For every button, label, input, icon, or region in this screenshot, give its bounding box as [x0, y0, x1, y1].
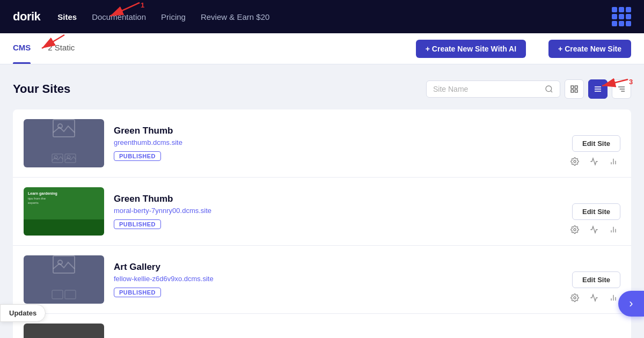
- svg-rect-12: [53, 120, 75, 137]
- status-badge: PUBLISHED: [114, 288, 161, 297]
- site-thumbnail: [24, 255, 104, 304]
- site-name: Green Thumb: [114, 194, 562, 204]
- svg-rect-29: [65, 290, 76, 299]
- nav-link-review[interactable]: Review & Earn $20: [201, 12, 269, 21]
- edit-site-button[interactable]: Edit Site: [572, 135, 620, 152]
- analytics-icon[interactable]: [587, 223, 601, 237]
- analytics-icon[interactable]: [587, 291, 601, 305]
- status-badge: PUBLISHED: [114, 219, 161, 229]
- svg-rect-2: [571, 86, 574, 89]
- list-view-button[interactable]: [588, 79, 608, 99]
- sort-button[interactable]: [612, 79, 631, 99]
- nav-link-sites[interactable]: Sites: [57, 12, 77, 21]
- grid-view-icon: [570, 85, 579, 93]
- svg-point-22: [574, 229, 576, 231]
- updates-label: Updates: [9, 309, 36, 317]
- site-url[interactable]: greenthumb.dcms.site: [114, 138, 562, 146]
- grid-icon[interactable]: [612, 7, 631, 26]
- site-url[interactable]: moral-berty-7ynnry00.dcms.site: [114, 207, 562, 215]
- site-thumbnail: Learn gardening tips from the experts: [24, 187, 104, 236]
- settings-icon[interactable]: [568, 155, 582, 168]
- site-info: Art Gallery fellow-kellie-z6d6v9xo.dcms.…: [114, 262, 562, 297]
- create-new-button[interactable]: + Create New Site: [548, 40, 631, 58]
- fab-button[interactable]: ›: [618, 291, 644, 317]
- tab-static[interactable]: 2 Static: [48, 33, 75, 64]
- table-row: Art Gallery fellow-kellie-z6d6v9xo.dcms.…: [13, 246, 631, 314]
- nav-link-pricing[interactable]: Pricing: [161, 12, 186, 21]
- edit-site-button[interactable]: Edit Site: [572, 271, 620, 288]
- svg-rect-5: [575, 90, 577, 92]
- search-input[interactable]: [433, 85, 540, 93]
- action-icons: [568, 223, 620, 237]
- create-ai-button[interactable]: + Create New Site With AI: [416, 40, 526, 58]
- section-header: Your Sites: [13, 79, 631, 99]
- search-area: [426, 79, 631, 99]
- tab-cms[interactable]: CMS: [13, 33, 31, 64]
- svg-rect-26: [53, 256, 75, 273]
- navbar: dorik Sites Documentation Pricing Review…: [0, 0, 644, 33]
- edit-site-button[interactable]: Edit Site: [572, 203, 620, 220]
- main-content: Your Sites: [0, 64, 644, 338]
- site-thumbnail: [24, 119, 104, 167]
- chart-icon[interactable]: [606, 155, 620, 168]
- svg-point-0: [546, 86, 552, 92]
- site-info: Green Thumb greenthumb.dcms.site PUBLISH…: [114, 126, 562, 161]
- chart-icon[interactable]: [606, 223, 620, 237]
- svg-rect-4: [571, 90, 574, 92]
- svg-point-18: [574, 160, 576, 163]
- action-icons: [568, 291, 620, 305]
- site-info: Green Thumb moral-berty-7ynnry00.dcms.si…: [114, 194, 562, 229]
- updates-badge[interactable]: Updates: [0, 304, 46, 322]
- search-box: [426, 80, 560, 98]
- site-name: Art Gallery: [114, 262, 562, 273]
- svg-point-30: [574, 297, 576, 299]
- placeholder-icon2: [51, 282, 77, 304]
- analytics-icon[interactable]: [587, 155, 601, 168]
- grid-view-button[interactable]: [565, 79, 584, 99]
- status-badge: PUBLISHED: [114, 151, 161, 161]
- search-icon: [545, 85, 553, 93]
- nav-link-documentation[interactable]: Documentation: [92, 12, 146, 21]
- settings-icon[interactable]: [568, 291, 582, 305]
- action-icons: [568, 155, 620, 168]
- sites-list: Green Thumb greenthumb.dcms.site PUBLISH…: [13, 109, 631, 338]
- page-title: Your Sites: [13, 82, 70, 96]
- settings-icon[interactable]: [568, 223, 582, 237]
- svg-rect-3: [575, 86, 577, 89]
- placeholder-icon: [51, 255, 77, 277]
- sort-icon: [617, 85, 626, 93]
- table-row: Marketer Guilds Edit Site: [13, 314, 631, 338]
- site-actions: Edit Site: [572, 271, 620, 288]
- tabs-bar: CMS 2 Static + Create New Site With AI +…: [0, 33, 644, 64]
- list-view-icon: [594, 85, 602, 93]
- placeholder-icon2: [51, 145, 77, 167]
- fab-icon: ›: [629, 297, 633, 311]
- site-thumbnail: [24, 324, 104, 338]
- site-name: Green Thumb: [114, 126, 562, 136]
- placeholder-icon: [51, 119, 77, 141]
- table-row: Green Thumb greenthumb.dcms.site PUBLISH…: [13, 109, 631, 178]
- logo: dorik: [13, 10, 40, 24]
- svg-line-1: [551, 91, 552, 92]
- table-row: Learn gardening tips from the experts Gr…: [13, 178, 631, 246]
- svg-rect-28: [52, 290, 63, 299]
- site-url[interactable]: fellow-kellie-z6d6v9xo.dcms.site: [114, 275, 562, 283]
- site-actions: Edit Site: [572, 135, 620, 152]
- site-actions: Edit Site: [572, 203, 620, 220]
- nav-links: Sites Documentation Pricing Review & Ear…: [57, 12, 269, 21]
